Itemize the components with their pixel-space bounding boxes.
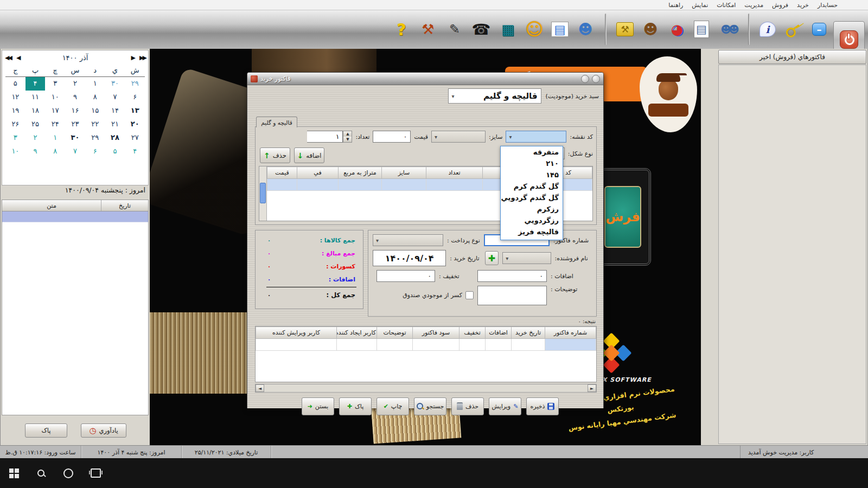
calendar-day[interactable]: ۱: [85, 77, 105, 91]
size-select[interactable]: ▾: [431, 131, 486, 143]
dropdown-item[interactable]: رزكرم: [501, 203, 563, 215]
dropdown-item[interactable]: ۲۱۰: [501, 158, 563, 169]
calendar-day[interactable]: ۲۵: [25, 118, 46, 131]
calendar-day[interactable]: ۱۰: [5, 145, 25, 158]
calendar-day[interactable]: ۵: [105, 145, 125, 158]
close-button[interactable]: ➜ بستن: [302, 397, 334, 415]
calendar-day[interactable]: ۱۲: [5, 91, 25, 104]
calendar-day[interactable]: ۹: [25, 145, 46, 158]
dropdown-item[interactable]: رزگردويي: [501, 215, 563, 226]
key-icon[interactable]: [783, 18, 802, 40]
calendar-day[interactable]: ۷: [105, 91, 125, 104]
help-icon[interactable]: ?: [392, 18, 411, 40]
basket-select[interactable]: قاليچه و گليم ▾: [448, 88, 541, 104]
dropdown-item[interactable]: گل گندم كرم: [501, 181, 563, 192]
calendar-day[interactable]: ۱۴: [105, 104, 125, 118]
calendar-day[interactable]: ۱۹: [5, 104, 25, 118]
calendar-day[interactable]: ۳: [45, 77, 65, 91]
calendar-day[interactable]: ۸: [85, 91, 105, 104]
menu-accountant[interactable]: حسابدار: [813, 1, 842, 9]
calendar-day[interactable]: ۵: [5, 77, 25, 91]
calendar-next-month-icon[interactable]: ▶: [129, 54, 137, 61]
calendar-day[interactable]: ۱۵: [85, 104, 105, 118]
discount-input[interactable]: ۰: [376, 270, 435, 282]
spin-down-icon[interactable]: ▼: [343, 137, 352, 142]
menu-sales[interactable]: فروش: [768, 1, 793, 9]
calendar-day[interactable]: ۶: [125, 91, 145, 104]
calendar-day[interactable]: ۱۳: [125, 104, 145, 118]
recent-invoices-list[interactable]: [718, 65, 866, 444]
dropdown-item[interactable]: ۱۴۵: [501, 169, 563, 181]
calculator-icon[interactable]: ▦: [498, 18, 518, 40]
tools-icon[interactable]: ⚒: [418, 18, 438, 40]
price-input[interactable]: ۰: [373, 131, 411, 143]
quantity-stepper[interactable]: ۱ ▲ ▼: [307, 131, 352, 143]
history-hscrollbar[interactable]: ◄ ►: [255, 384, 597, 393]
calendar-day[interactable]: ۲۱: [105, 118, 125, 131]
task-view-icon[interactable]: [90, 468, 101, 479]
menu-management[interactable]: مديريت: [740, 1, 768, 9]
items-table-vscrollbar[interactable]: [259, 166, 267, 221]
search-button[interactable]: جستجو: [414, 397, 446, 415]
tab-carpet-kilim[interactable]: قاليچه و گليم: [256, 117, 297, 127]
notes-input[interactable]: [477, 286, 547, 305]
spin-up-icon[interactable]: ▲: [343, 131, 352, 137]
calendar-day-selected[interactable]: ۴: [25, 77, 46, 91]
quantity-value[interactable]: ۱: [307, 131, 343, 143]
calendar-day[interactable]: ۳۰: [105, 77, 125, 91]
calendar-day[interactable]: ۳۰: [65, 131, 85, 145]
clear-notes-button[interactable]: پاک: [25, 423, 67, 438]
inventory-icon[interactable]: ☻: [641, 18, 660, 40]
calendar-day[interactable]: ۲۹: [85, 131, 105, 145]
users-icon[interactable]: ☻☻: [716, 18, 738, 40]
minimize-icon[interactable]: –: [812, 23, 826, 36]
additions-input[interactable]: ۰: [477, 270, 547, 282]
calendar-day[interactable]: ۱۶: [65, 104, 85, 118]
dialog-titlebar[interactable]: فاكتور خريد: [247, 73, 603, 85]
map-code-select[interactable]: ▾: [506, 131, 566, 143]
cash-deduct-checkbox[interactable]: [465, 291, 474, 299]
calendar-day[interactable]: ۲: [25, 131, 46, 145]
add-user-icon[interactable]: ☻: [576, 18, 595, 40]
windows-start-icon[interactable]: [9, 468, 20, 479]
menu-help[interactable]: راهنما: [664, 1, 687, 9]
scroll-left-icon[interactable]: ◄: [256, 384, 264, 392]
calendar-day[interactable]: ۸: [45, 145, 65, 158]
finance-chart-icon[interactable]: ◕: [667, 18, 687, 40]
add-seller-button[interactable]: ✚: [485, 251, 499, 265]
add-item-button[interactable]: ↓ اضافه: [294, 147, 324, 163]
delete-button[interactable]: حذف: [451, 397, 484, 415]
calendar-day[interactable]: ۲: [65, 77, 85, 91]
chart-monitor-icon[interactable]: ▤: [551, 22, 569, 37]
menu-view[interactable]: نمايش: [687, 1, 712, 9]
calendar-day[interactable]: ۱۸: [25, 104, 46, 118]
save-button[interactable]: ذخيره: [526, 397, 559, 415]
calendar-day[interactable]: ۲۸: [105, 131, 125, 145]
calendar-prev-year-icon[interactable]: ◀◀: [2, 54, 14, 61]
calendar-prev-month-icon[interactable]: ◀: [14, 54, 22, 61]
calendar-day[interactable]: ۲۰: [125, 118, 145, 131]
clear-button[interactable]: ✚ پاک: [339, 397, 372, 415]
smiley-icon[interactable]: ☺: [525, 18, 544, 40]
calendar-day[interactable]: ۹: [65, 91, 85, 104]
compose-icon[interactable]: ✎: [445, 18, 464, 40]
calendar-day[interactable]: ۳: [5, 131, 25, 145]
folder-tools-icon[interactable]: ⚒: [616, 22, 634, 36]
phone-icon[interactable]: ☎: [471, 18, 491, 40]
dropdown-item[interactable]: متفرقه: [501, 146, 563, 158]
calendar-next-year-icon[interactable]: ▶▶: [137, 54, 148, 61]
calendar-day[interactable]: ۱۰: [45, 91, 65, 104]
calendar-day[interactable]: ۱۱: [25, 91, 46, 104]
purchase-date-input[interactable]: ۱۴۰۰/۰۹/۰۴: [373, 250, 446, 266]
calendar-day[interactable]: ۲۳: [65, 118, 85, 131]
calendar-day[interactable]: ۲۷: [125, 131, 145, 145]
calendar-day[interactable]: ۱۷: [45, 104, 65, 118]
seller-select[interactable]: ▾: [502, 252, 551, 264]
remove-item-button[interactable]: ↑ حذف: [260, 147, 290, 163]
calendar-day[interactable]: ۲۴: [45, 118, 65, 131]
calendar-day[interactable]: ۶: [85, 145, 105, 158]
calendar-day[interactable]: ۲۲: [85, 118, 105, 131]
info-icon[interactable]: i: [760, 22, 776, 37]
menu-purchase[interactable]: خريد: [793, 1, 813, 9]
report-document-icon[interactable]: ▤: [694, 21, 709, 38]
